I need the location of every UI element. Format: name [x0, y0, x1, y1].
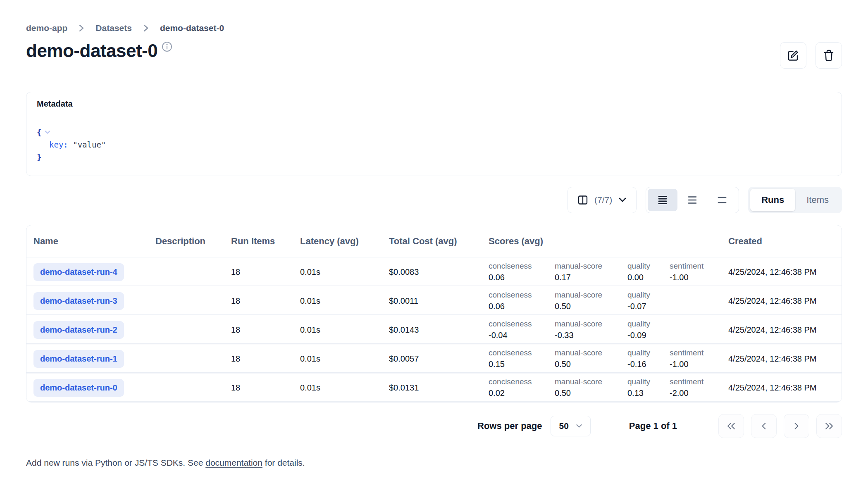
row-height-toggle-group [646, 187, 739, 213]
metadata-card-title: Metadata [26, 92, 842, 116]
sdk-hint-text-after: for details. [262, 458, 305, 467]
next-page-button[interactable] [784, 414, 809, 438]
column-visibility-button[interactable]: (7/7) [568, 187, 637, 213]
info-icon[interactable] [162, 41, 172, 52]
latency-cell: 0.01s [300, 296, 389, 306]
sdk-hint-text-before: Add new runs via Python or JS/TS SDKs. S… [26, 458, 205, 467]
breadcrumb-item-current: demo-dataset-0 [160, 23, 224, 33]
score-cell: conciseness -0.04 [489, 319, 555, 340]
created-cell: 4/25/2024, 12:46:38 PM [728, 325, 842, 335]
last-page-button[interactable] [816, 414, 842, 438]
score-cell: conciseness 0.15 [489, 348, 555, 369]
json-open-brace: { [37, 126, 41, 138]
run-items-cell: 18 [231, 383, 300, 393]
column-header-name: Name [26, 236, 155, 247]
run-link[interactable]: demo-dataset-run-3 [33, 292, 124, 310]
created-cell: 4/25/2024, 12:46:38 PM [728, 354, 842, 364]
score-cell: quality -0.16 [627, 348, 670, 369]
rows-sparse-icon [717, 195, 727, 205]
score-cell: quality -0.07 [627, 291, 670, 311]
table-row: demo-dataset-run-3 18 0.01s $0.0011 conc… [26, 287, 842, 314]
page-title: demo-dataset-0 [26, 40, 157, 62]
delete-dataset-button[interactable] [816, 42, 842, 69]
json-value: "value" [73, 138, 106, 151]
rows-medium-icon [687, 195, 697, 205]
rows-per-page-select[interactable]: 50 [551, 416, 590, 436]
metadata-card: Metadata { key: "value" } [26, 92, 842, 176]
row-height-medium-button[interactable] [677, 189, 707, 211]
breadcrumb-item-project[interactable]: demo-app [26, 23, 67, 33]
run-items-cell: 18 [231, 296, 300, 306]
edit-dataset-button[interactable] [780, 42, 806, 69]
score-cell: manual-score -0.33 [555, 319, 627, 340]
run-link[interactable]: demo-dataset-run-4 [33, 263, 124, 281]
row-height-large-button[interactable] [707, 189, 737, 211]
score-cell: manual-score 0.50 [555, 291, 627, 311]
column-header-scores: Scores (avg) [489, 236, 728, 247]
score-cell: sentiment -2.00 [670, 377, 728, 398]
score-cell: manual-score 0.17 [555, 262, 627, 282]
chevron-left-icon [761, 421, 767, 431]
table-row: demo-dataset-run-1 18 0.01s $0.0057 conc… [26, 345, 842, 372]
previous-page-button[interactable] [751, 414, 777, 438]
chevrons-left-icon [726, 421, 737, 431]
total-cost-cell: $0.0143 [389, 325, 489, 335]
chevron-right-icon [78, 24, 85, 33]
first-page-button[interactable] [718, 414, 744, 438]
tab-items[interactable]: Items [795, 189, 840, 211]
documentation-link[interactable]: documentation [205, 458, 262, 467]
table-row: demo-dataset-run-2 18 0.01s $0.0143 conc… [26, 316, 842, 343]
run-items-cell: 18 [231, 267, 300, 277]
columns-icon [577, 195, 588, 205]
column-header-run-items: Run Items [231, 236, 300, 247]
column-header-description: Description [155, 236, 231, 247]
column-header-latency: Latency (avg) [300, 236, 389, 247]
latency-cell: 0.01s [300, 267, 389, 277]
total-cost-cell: $0.0131 [389, 383, 489, 393]
total-cost-cell: $0.0057 [389, 354, 489, 364]
collapse-chevron-icon[interactable] [44, 129, 51, 136]
created-cell: 4/25/2024, 12:46:38 PM [728, 267, 842, 277]
chevrons-right-icon [824, 421, 835, 431]
created-cell: 4/25/2024, 12:46:38 PM [728, 383, 842, 393]
runs-items-tabs: Runs Items [748, 187, 842, 213]
score-cell: quality -0.09 [627, 319, 670, 340]
score-cell: sentiment -1.00 [670, 262, 728, 282]
run-items-cell: 18 [231, 354, 300, 364]
run-link[interactable]: demo-dataset-run-0 [33, 379, 124, 397]
latency-cell: 0.01s [300, 354, 389, 364]
chevron-down-icon [618, 197, 627, 203]
chevron-down-icon [576, 424, 582, 429]
score-cell: conciseness 0.02 [489, 377, 555, 398]
dataset-page: demo-app Datasets demo-dataset-0 demo-da… [0, 0, 868, 468]
latency-cell: 0.01s [300, 325, 389, 335]
pagination-bar: Rows per page 50 Page 1 of 1 [26, 414, 842, 438]
breadcrumb: demo-app Datasets demo-dataset-0 [26, 23, 842, 33]
breadcrumb-item-datasets[interactable]: Datasets [95, 23, 132, 33]
run-link[interactable]: demo-dataset-run-1 [33, 350, 124, 368]
score-cell: manual-score 0.50 [555, 348, 627, 369]
score-cell: sentiment -1.00 [670, 348, 728, 369]
runs-table: Name Description Run Items Latency (avg)… [26, 225, 842, 402]
total-cost-cell: $0.0083 [389, 267, 489, 277]
rows-per-page-label: Rows per page [477, 421, 542, 431]
trash-icon [823, 49, 835, 62]
tab-runs[interactable]: Runs [750, 189, 795, 211]
row-height-small-button[interactable] [648, 189, 677, 211]
json-close-brace: } [37, 151, 41, 163]
pagination-nav [718, 414, 842, 438]
score-cell: manual-score 0.50 [555, 377, 627, 398]
run-items-cell: 18 [231, 325, 300, 335]
column-count-label: (7/7) [594, 195, 612, 205]
chevron-right-icon [793, 421, 800, 431]
score-cell: quality 0.13 [627, 377, 670, 398]
sdk-hint: Add new runs via Python or JS/TS SDKs. S… [26, 458, 842, 468]
latency-cell: 0.01s [300, 383, 389, 393]
rows-dense-icon [658, 195, 668, 205]
score-cell: quality 0.00 [627, 262, 670, 282]
total-cost-cell: $0.0011 [389, 296, 489, 306]
table-row: demo-dataset-run-0 18 0.01s $0.0131 conc… [26, 374, 842, 401]
chevron-right-icon [143, 24, 149, 33]
created-cell: 4/25/2024, 12:46:38 PM [728, 296, 842, 306]
run-link[interactable]: demo-dataset-run-2 [33, 321, 124, 339]
